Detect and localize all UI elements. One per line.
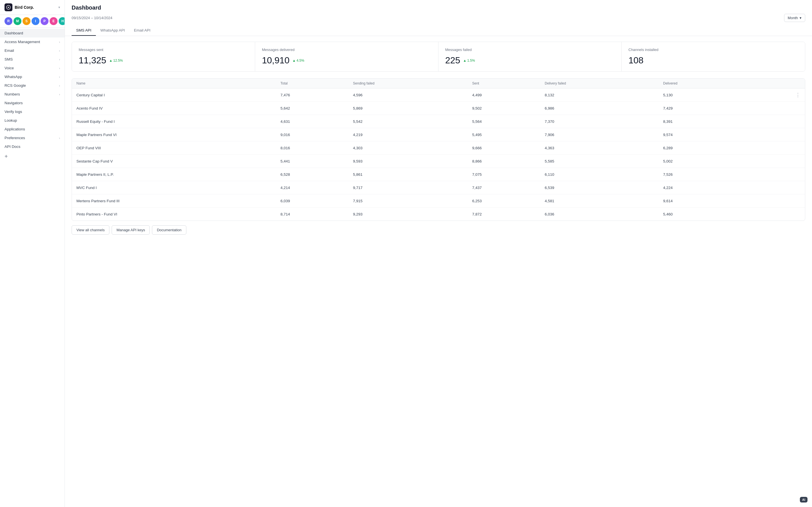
sidebar-item-label-rcs-google: RCS Google <box>4 83 26 88</box>
tab-email-api[interactable]: Email API <box>130 25 155 36</box>
row-cell-3: 7,437 <box>468 181 540 194</box>
arrow-up-icon: ▲ <box>463 59 466 62</box>
row-name: Pinto Partners - Fund VI <box>72 208 276 221</box>
view-all-channels-button[interactable]: View all channels <box>71 225 109 235</box>
row-cell-2: 5,861 <box>349 168 468 181</box>
avatar-h: H <box>59 17 65 25</box>
sidebar-item-label-numbers: Numbers <box>4 92 20 96</box>
company-chevron-icon: ▾ <box>58 5 60 9</box>
sidebar-item-label-preferences: Preferences <box>4 136 25 140</box>
row-cell-4: 7,906 <box>540 128 659 142</box>
stat-value-row-channels-installed: 108 <box>628 55 798 66</box>
sidebar-item-rcs-google[interactable]: RCS Google› <box>0 81 64 90</box>
stats-row: Messages sent11,325▲ 12.5%Messages deliv… <box>71 42 805 71</box>
table-body: Century Capital I7,4764,5964,4998,1325,1… <box>72 89 805 221</box>
sidebar-item-verify-logs[interactable]: Verify logs <box>0 107 64 116</box>
row-cell-3: 8,866 <box>468 155 540 168</box>
sidebar-item-preferences[interactable]: Preferences› <box>0 133 64 142</box>
sidebar-item-whatsapp[interactable]: WhatsApp› <box>0 72 64 81</box>
row-name: Maple Partners II, L.P. <box>72 168 276 181</box>
tab-sms-api[interactable]: SMS API <box>71 25 96 36</box>
date-row: 09/15/2024 – 10/14/2024 Month ▾ <box>71 14 805 25</box>
row-cell-4: 5,585 <box>540 155 659 168</box>
table-row: OEP Fund VIII8,0164,3039,6664,3636,289⋮ <box>72 142 805 155</box>
row-cell-2: 9,593 <box>349 155 468 168</box>
stat-value-row-messages-sent: 11,325▲ 12.5% <box>79 55 248 66</box>
stat-badge-messages-failed: ▲ 1.5% <box>463 59 475 62</box>
stat-badge-messages-sent: ▲ 12.5% <box>109 59 123 62</box>
tab-whatsapp-api[interactable]: WhatsApp API <box>96 25 130 36</box>
documentation-button[interactable]: Documentation <box>152 225 186 235</box>
company-selector[interactable]: Bird Corp. ▾ <box>0 0 64 15</box>
sidebar-item-email[interactable]: Email› <box>0 46 64 55</box>
add-nav-item[interactable]: + <box>0 151 64 162</box>
row-cell-3: 5,495 <box>468 128 540 142</box>
row-cell-3: 6,253 <box>468 194 540 208</box>
row-cell-2: 9,293 <box>349 208 468 221</box>
avatar-p: P <box>41 17 49 25</box>
row-cell-5: 7,429 <box>659 102 750 115</box>
sidebar-item-chevron-voice: › <box>59 66 60 70</box>
avatar-m: M <box>13 17 21 25</box>
table-row: Maple Partners II, L.P.6,5285,8617,0756,… <box>72 168 805 181</box>
row-cell-2: 4,303 <box>349 142 468 155</box>
row-name: MVC Fund I <box>72 181 276 194</box>
row-cell-5: 6,289 <box>659 142 750 155</box>
table-header: NameTotalSending failedSentDelivery fail… <box>72 78 805 89</box>
stat-card-messages-failed: Messages failed225▲ 1.5% <box>439 42 622 71</box>
bottom-actions: View all channelsManage API keysDocument… <box>71 221 805 235</box>
table-row: Russell Equity - Fund I4,6315,5425,5647,… <box>72 115 805 128</box>
sidebar-item-label-verify-logs: Verify logs <box>4 110 22 114</box>
sidebar-item-label-dashboard: Dashboard <box>4 31 23 35</box>
stat-label-channels-installed: Channels installed <box>628 48 798 52</box>
row-cell-1: 8,714 <box>276 208 349 221</box>
row-cell-4: 7,370 <box>540 115 659 128</box>
stat-value-messages-delivered: 10,910 <box>262 55 290 66</box>
page-title: Dashboard <box>71 4 805 14</box>
row-cell-1: 5,642 <box>276 102 349 115</box>
sidebar-item-navigators[interactable]: Navigators <box>0 99 64 107</box>
col-header-delivered: Delivered <box>659 78 750 89</box>
stat-card-messages-delivered: Messages delivered10,910▲ 4.5% <box>255 42 439 71</box>
sidebar-item-chevron-rcs-google: › <box>59 84 60 87</box>
sidebar-item-dashboard[interactable]: Dashboard <box>0 29 64 38</box>
row-cell-2: 9,717 <box>349 181 468 194</box>
sidebar-item-sms[interactable]: SMS› <box>0 55 64 64</box>
row-cell-4: 6,110 <box>540 168 659 181</box>
row-cell-4: 4,581 <box>540 194 659 208</box>
sidebar: Bird Corp. ▾ RMSIPEH Reach DashboardAcce… <box>0 0 65 507</box>
sidebar-item-applications[interactable]: Applications <box>0 125 64 133</box>
stat-value-channels-installed: 108 <box>628 55 644 66</box>
row-cell-1: 6,039 <box>276 194 349 208</box>
stat-value-row-messages-failed: 225▲ 1.5% <box>445 55 615 66</box>
manage-api-keys-button[interactable]: Manage API keys <box>112 225 150 235</box>
sidebar-item-voice[interactable]: Voice› <box>0 64 64 72</box>
sidebar-item-api-docs[interactable]: API Docs <box>0 142 64 151</box>
arrow-up-icon: ▲ <box>109 59 112 62</box>
company-logo <box>4 3 12 11</box>
row-cell-3: 5,564 <box>468 115 540 128</box>
row-cell-1: 6,528 <box>276 168 349 181</box>
row-cell-1: 7,476 <box>276 89 349 102</box>
col-header-delivery-failed: Delivery failed <box>540 78 659 89</box>
sidebar-item-lookup[interactable]: Lookup <box>0 116 64 125</box>
row-cell-1: 4,214 <box>276 181 349 194</box>
sidebar-item-chevron-numbers: › <box>59 93 60 96</box>
table-row: Acento Fund IV5,6425,8699,5026,9867,429⋮ <box>72 102 805 115</box>
row-name: Mertens Partners Fund III <box>72 194 276 208</box>
sidebar-item-label-sms: SMS <box>4 57 13 61</box>
sidebar-item-access-management[interactable]: Access Management› <box>0 38 64 46</box>
row-menu-button[interactable]: ⋮ <box>750 89 805 102</box>
row-cell-5: 9,614 <box>659 194 750 208</box>
sidebar-item-chevron-whatsapp: › <box>59 75 60 78</box>
table-row: Pinto Partners - Fund VI8,7149,2937,8726… <box>72 208 805 221</box>
content-area: Messages sent11,325▲ 12.5%Messages deliv… <box>65 36 812 507</box>
period-dropdown[interactable]: Month ▾ <box>784 14 805 22</box>
row-cell-5: 7,526 <box>659 168 750 181</box>
row-cell-2: 4,219 <box>349 128 468 142</box>
sidebar-item-numbers[interactable]: Numbers› <box>0 90 64 99</box>
table-row: Century Capital I7,4764,5964,4998,1325,1… <box>72 89 805 102</box>
sidebar-item-chevron-email: › <box>59 49 60 52</box>
row-cell-1: 5,441 <box>276 155 349 168</box>
col-header-actions <box>750 78 805 89</box>
